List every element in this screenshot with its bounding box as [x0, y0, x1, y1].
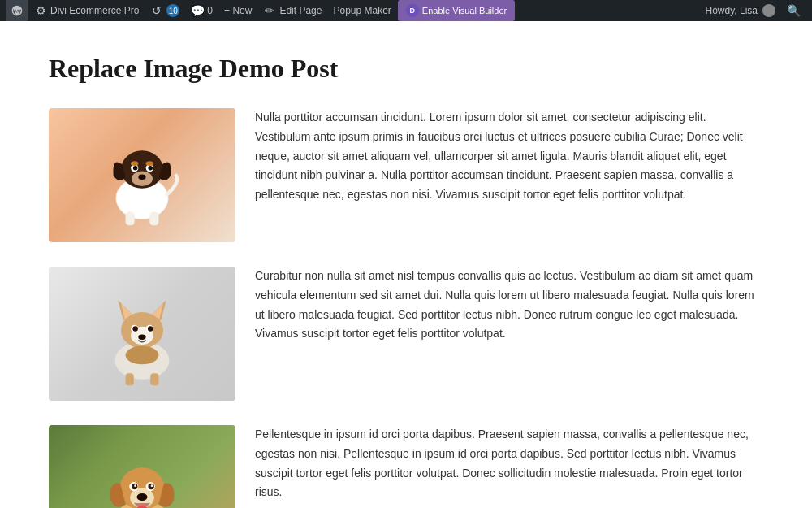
dog-image-3 [49, 425, 235, 508]
svg-rect-26 [150, 373, 158, 385]
comments-count: 0 [207, 5, 213, 16]
site-name-label: Divi Ecommerce Pro [50, 5, 139, 16]
popup-maker-button[interactable]: Popup Maker [328, 0, 395, 21]
content-block-2: Curabitur non nulla sit amet nisl tempus… [49, 267, 763, 401]
user-menu-button[interactable]: Howdy, Lisa [706, 4, 775, 17]
comments-icon: 💬 [191, 4, 204, 17]
svg-point-22 [132, 326, 138, 332]
admin-bar: ⚙ Divi Ecommerce Pro ↺ 10 💬 0 + New ✏ Ed… [0, 0, 812, 21]
svg-point-9 [131, 161, 138, 166]
howdy-label: Howdy, Lisa [706, 5, 758, 16]
page-title: Replace Image Demo Post [49, 54, 763, 84]
svg-point-37 [137, 493, 148, 500]
svg-point-35 [134, 484, 136, 487]
search-button[interactable]: 🔍 [782, 4, 806, 17]
content-block-3: Pellentesque in ipsum id orci porta dapi… [49, 425, 763, 508]
svg-point-36 [151, 484, 153, 487]
new-label: + New [224, 5, 252, 16]
content-block-1: Nulla porttitor accumsan tincidunt. Lore… [49, 108, 763, 242]
wp-logo-button[interactable] [6, 0, 28, 21]
comments-button[interactable]: 💬 0 [186, 0, 218, 21]
divi-icon: D [406, 4, 419, 17]
svg-point-23 [148, 326, 153, 332]
svg-point-8 [138, 174, 145, 180]
svg-rect-11 [126, 211, 135, 225]
popup-maker-label: Popup Maker [333, 5, 391, 16]
main-content: Replace Image Demo Post [0, 21, 812, 508]
updates-button[interactable]: ↺ 10 [145, 0, 184, 21]
edit-page-button[interactable]: ✏ Edit Page [258, 0, 326, 21]
edit-page-label: Edit Page [279, 5, 322, 16]
enable-visual-builder-button[interactable]: D Enable Visual Builder [398, 0, 515, 21]
edit-icon: ✏ [263, 4, 276, 17]
updates-count: 10 [166, 4, 179, 17]
block-3-text: Pellentesque in ipsum id orci porta dapi… [255, 425, 763, 508]
dog-image-1 [49, 108, 235, 242]
site-name-button[interactable]: ⚙ Divi Ecommerce Pro [29, 0, 144, 21]
svg-rect-12 [149, 211, 158, 225]
svg-point-6 [133, 165, 138, 170]
new-content-button[interactable]: + New [219, 0, 257, 21]
block-1-text: Nulla porttitor accumsan tincidunt. Lore… [255, 108, 763, 205]
svg-point-24 [138, 334, 145, 340]
svg-point-27 [126, 345, 159, 363]
enable-vb-label: Enable Visual Builder [422, 6, 507, 15]
updates-icon: ↺ [150, 4, 163, 17]
site-icon: ⚙ [34, 4, 47, 17]
dog-image-2 [49, 267, 235, 401]
block-2-text: Curabitur non nulla sit amet nisl tempus… [255, 267, 763, 344]
svg-point-10 [146, 161, 153, 166]
svg-rect-25 [126, 373, 134, 385]
svg-point-7 [148, 165, 153, 170]
avatar [762, 4, 775, 17]
